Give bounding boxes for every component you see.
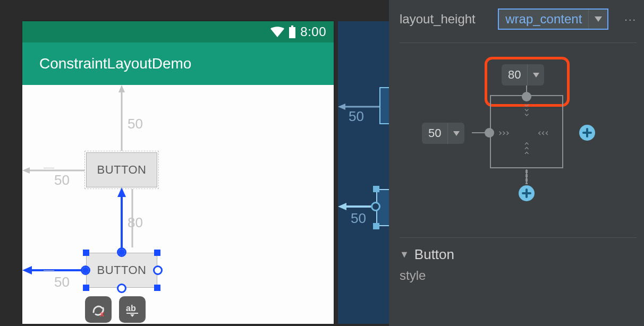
constraint-inspector[interactable]: 80 50 ››› ‹‹‹ ››› ‹‹‹ bbox=[400, 52, 637, 237]
ci-wrap-top: ››› bbox=[522, 102, 533, 117]
edit-baseline-button[interactable]: ab bbox=[119, 296, 146, 323]
ci-stub-bottom bbox=[526, 169, 528, 184]
attr-label-layout-height: layout_height bbox=[400, 12, 476, 27]
chevron-down-icon bbox=[447, 123, 464, 144]
svg-marker-10 bbox=[22, 266, 32, 274]
baseline-left-b2 bbox=[44, 270, 54, 271]
anchor-right[interactable] bbox=[153, 265, 163, 275]
design-canvas[interactable]: BUTTON 50 50 80 BUTTON bbox=[22, 85, 334, 324]
svg-marker-18 bbox=[338, 203, 346, 210]
widget-button1[interactable]: BUTTON bbox=[86, 152, 157, 187]
svg-rect-0 bbox=[291, 25, 293, 27]
bp-handle-bl[interactable] bbox=[373, 223, 379, 229]
margin-label-top-button1: 50 bbox=[128, 116, 143, 132]
margin-left-value: 50 bbox=[422, 126, 447, 140]
device-preview: 8:00 ConstraintLayoutDemo BUTTON 50 50 8… bbox=[22, 21, 334, 324]
margin-label-vertical-80: 80 bbox=[128, 215, 143, 231]
add-constraint-right[interactable] bbox=[579, 125, 595, 141]
margin-left-control[interactable]: 50 bbox=[422, 123, 464, 144]
widget-button2-label: BUTTON bbox=[97, 263, 146, 277]
app-bar: ConstraintLayoutDemo bbox=[22, 42, 334, 85]
more-attributes-button[interactable]: ··· bbox=[619, 13, 637, 25]
svg-marker-16 bbox=[338, 104, 345, 110]
anchor-top[interactable] bbox=[117, 247, 126, 257]
chevron-down-icon bbox=[588, 10, 607, 29]
widget-button2[interactable]: BUTTON bbox=[86, 253, 157, 288]
ci-wrap-bottom: ‹‹‹ bbox=[522, 141, 533, 155]
svg-marker-8 bbox=[117, 187, 126, 197]
svg-marker-3 bbox=[118, 85, 125, 92]
section-title: Button bbox=[414, 246, 454, 263]
svg-marker-5 bbox=[22, 167, 30, 174]
wifi-icon bbox=[270, 27, 284, 37]
status-bar: 8:00 bbox=[22, 21, 334, 42]
battery-icon bbox=[289, 25, 296, 38]
ci-wrap-right: ‹‹‹ bbox=[537, 127, 548, 138]
svg-marker-19 bbox=[595, 16, 602, 22]
attributes-panel: layout_height wrap_content ··· 80 50 bbox=[389, 0, 644, 326]
bp-handle-tl[interactable] bbox=[373, 186, 379, 192]
chevron-down-icon bbox=[527, 64, 544, 85]
widget-button1-label: BUTTON bbox=[97, 163, 146, 177]
svg-marker-21 bbox=[453, 131, 460, 136]
selection-handle-tl[interactable] bbox=[83, 250, 89, 256]
bp-margin-left-2: 50 bbox=[351, 210, 366, 227]
blueprint-view[interactable]: 50 50 bbox=[338, 21, 389, 324]
svg-text:ab: ab bbox=[126, 304, 136, 313]
app-title: ConstraintLayoutDemo bbox=[39, 55, 191, 72]
anchor-bottom[interactable] bbox=[117, 284, 126, 293]
constraint-arrow-top[interactable] bbox=[114, 187, 130, 256]
svg-rect-1 bbox=[289, 27, 295, 38]
layout-height-dropdown[interactable]: wrap_content bbox=[498, 8, 608, 30]
clear-constraints-button[interactable]: x bbox=[85, 296, 112, 323]
selection-handle-tr[interactable] bbox=[154, 250, 160, 256]
triangle-down-icon: ▼ bbox=[400, 249, 409, 260]
ci-wrap-left: ››› bbox=[497, 127, 509, 138]
attr-row-layout-height: layout_height wrap_content ··· bbox=[400, 8, 637, 30]
selection-handle-bl[interactable] bbox=[83, 285, 89, 291]
margin-label-left-button2: 50 bbox=[54, 274, 70, 290]
svg-marker-14 bbox=[130, 314, 134, 317]
add-constraint-bottom[interactable] bbox=[519, 185, 535, 201]
layout-height-value: wrap_content bbox=[499, 12, 588, 27]
status-clock: 8:00 bbox=[300, 24, 326, 39]
attr-label-style: style bbox=[400, 268, 637, 283]
margin-label-left-button1: 50 bbox=[54, 172, 70, 188]
svg-marker-20 bbox=[533, 73, 539, 78]
selection-action-row: x ab bbox=[85, 296, 146, 323]
selection-handle-br[interactable] bbox=[154, 285, 160, 291]
bp-margin-left-1: 50 bbox=[349, 108, 364, 125]
divider bbox=[400, 237, 637, 238]
margin-top-value: 80 bbox=[502, 68, 527, 82]
margin-top-control[interactable]: 80 bbox=[502, 64, 544, 85]
svg-text:x: x bbox=[100, 310, 104, 318]
section-header-button[interactable]: ▼ Button bbox=[400, 246, 637, 263]
divider bbox=[400, 42, 637, 43]
anchor-left[interactable] bbox=[81, 265, 90, 275]
